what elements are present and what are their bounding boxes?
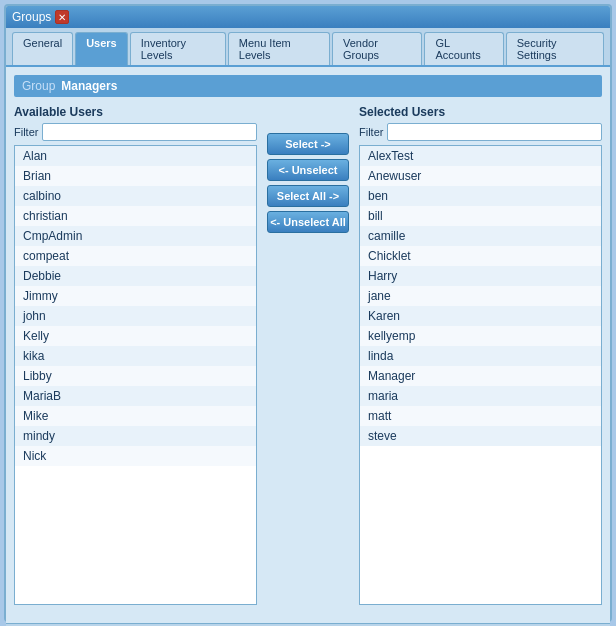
selected-filter-label: Filter bbox=[359, 126, 383, 138]
list-item[interactable]: Libby bbox=[15, 366, 256, 386]
selected-filter-row: Filter bbox=[359, 123, 602, 141]
selected-users-panel: Selected Users Filter AlexTestAnewuserbe… bbox=[359, 105, 602, 605]
tabs-bar: GeneralUsersInventory LevelsMenu Item Le… bbox=[6, 28, 610, 67]
select-button[interactable]: Select -> bbox=[267, 133, 349, 155]
content-area: Group Managers Available Users Filter Al… bbox=[6, 67, 610, 623]
unselect-button[interactable]: <- Unselect bbox=[267, 159, 349, 181]
title-bar: Groups ✕ bbox=[6, 6, 610, 28]
group-name-text: Managers bbox=[61, 79, 117, 93]
select-all-button[interactable]: Select All -> bbox=[267, 185, 349, 207]
available-filter-input[interactable] bbox=[42, 123, 257, 141]
list-item[interactable]: CmpAdmin bbox=[15, 226, 256, 246]
list-item[interactable]: ben bbox=[360, 186, 601, 206]
available-filter-label: Filter bbox=[14, 126, 38, 138]
main-window: Groups ✕ GeneralUsersInventory LevelsMen… bbox=[4, 4, 612, 622]
list-item[interactable]: camille bbox=[360, 226, 601, 246]
tab-general[interactable]: General bbox=[12, 32, 73, 65]
list-item[interactable]: Jimmy bbox=[15, 286, 256, 306]
list-item[interactable]: AlexTest bbox=[360, 146, 601, 166]
list-item[interactable]: maria bbox=[360, 386, 601, 406]
two-column-layout: Available Users Filter AlanBriancalbinoc… bbox=[14, 105, 602, 605]
list-item[interactable]: Karen bbox=[360, 306, 601, 326]
list-item[interactable]: linda bbox=[360, 346, 601, 366]
list-item[interactable]: MariaB bbox=[15, 386, 256, 406]
list-item[interactable]: Anewuser bbox=[360, 166, 601, 186]
list-item[interactable]: Harry bbox=[360, 266, 601, 286]
tab-menu-item-levels[interactable]: Menu Item Levels bbox=[228, 32, 330, 65]
list-item[interactable]: matt bbox=[360, 406, 601, 426]
selected-filter-input[interactable] bbox=[387, 123, 602, 141]
list-item[interactable]: Debbie bbox=[15, 266, 256, 286]
group-label-text: Group bbox=[22, 79, 55, 93]
list-item[interactable]: john bbox=[15, 306, 256, 326]
list-item[interactable]: calbino bbox=[15, 186, 256, 206]
tab-inventory-levels[interactable]: Inventory Levels bbox=[130, 32, 226, 65]
window-close-button[interactable]: ✕ bbox=[55, 10, 69, 24]
tab-vendor-groups[interactable]: Vendor Groups bbox=[332, 32, 422, 65]
list-item[interactable]: Kelly bbox=[15, 326, 256, 346]
tab-users[interactable]: Users bbox=[75, 32, 128, 65]
list-item[interactable]: mindy bbox=[15, 426, 256, 446]
list-item[interactable]: steve bbox=[360, 426, 601, 446]
unselect-all-button[interactable]: <- Unselect All bbox=[267, 211, 349, 233]
selected-users-list[interactable]: AlexTestAnewuserbenbillcamilleChickletHa… bbox=[359, 145, 602, 605]
available-users-list[interactable]: AlanBriancalbinochristianCmpAdmincompeat… bbox=[14, 145, 257, 605]
list-item[interactable]: Alan bbox=[15, 146, 256, 166]
list-item[interactable]: Mike bbox=[15, 406, 256, 426]
available-users-panel: Available Users Filter AlanBriancalbinoc… bbox=[14, 105, 257, 605]
group-label-bar: Group Managers bbox=[14, 75, 602, 97]
list-item[interactable]: Manager bbox=[360, 366, 601, 386]
list-item[interactable]: kika bbox=[15, 346, 256, 366]
list-item[interactable]: Chicklet bbox=[360, 246, 601, 266]
list-item[interactable]: bill bbox=[360, 206, 601, 226]
transfer-buttons: Select -> <- Unselect Select All -> <- U… bbox=[263, 105, 353, 605]
list-item[interactable]: kellyemp bbox=[360, 326, 601, 346]
available-filter-row: Filter bbox=[14, 123, 257, 141]
list-item[interactable]: compeat bbox=[15, 246, 256, 266]
list-item[interactable]: christian bbox=[15, 206, 256, 226]
tab-gl-accounts[interactable]: GL Accounts bbox=[424, 32, 503, 65]
selected-users-title: Selected Users bbox=[359, 105, 602, 119]
list-item[interactable]: jane bbox=[360, 286, 601, 306]
list-item[interactable]: Brian bbox=[15, 166, 256, 186]
window-title: Groups bbox=[12, 10, 51, 24]
tab-security-settings[interactable]: Security Settings bbox=[506, 32, 604, 65]
list-item[interactable]: Nick bbox=[15, 446, 256, 466]
available-users-title: Available Users bbox=[14, 105, 257, 119]
